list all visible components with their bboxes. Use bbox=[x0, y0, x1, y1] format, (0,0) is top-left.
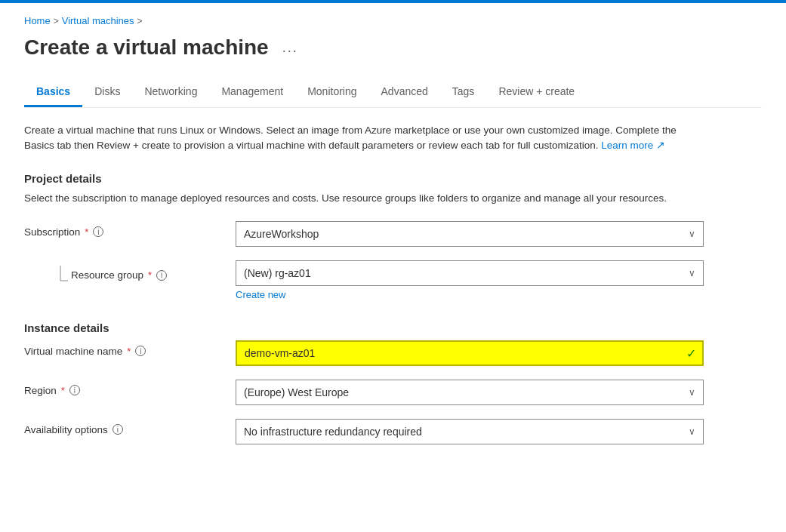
resource-group-value: (New) rg-az01 bbox=[244, 267, 311, 279]
resource-group-label: Resource group bbox=[71, 269, 143, 281]
availability-row: Availability options i No infrastructure… bbox=[24, 419, 762, 444]
availability-label-col: Availability options i bbox=[24, 419, 236, 435]
vm-name-required: * bbox=[127, 346, 131, 357]
vm-name-input[interactable] bbox=[236, 340, 704, 366]
region-label: Region bbox=[24, 385, 57, 396]
breadcrumb-sep1: > bbox=[54, 16, 59, 26]
tab-networking[interactable]: Networking bbox=[132, 78, 209, 107]
page-container: Home > Virtual machines > Create a virtu… bbox=[0, 3, 786, 482]
region-required: * bbox=[61, 385, 65, 396]
subscription-label-col: Subscription * i bbox=[24, 221, 236, 238]
tab-disks[interactable]: Disks bbox=[82, 78, 132, 107]
vm-name-label: Virtual machine name bbox=[24, 346, 122, 357]
page-description: Create a virtual machine that runs Linux… bbox=[24, 123, 704, 154]
page-title: Create a virtual machine bbox=[24, 35, 269, 60]
availability-dropdown[interactable]: No infrastructure redundancy required ∨ bbox=[236, 419, 704, 444]
availability-control: No infrastructure redundancy required ∨ bbox=[236, 419, 704, 444]
availability-info-icon[interactable]: i bbox=[113, 424, 123, 435]
vm-name-row: Virtual machine name * i ✓ bbox=[24, 340, 762, 366]
tabs-container: Basics Disks Networking Management Monit… bbox=[24, 78, 762, 108]
region-row: Region * i (Europe) West Europe ∨ bbox=[24, 380, 762, 405]
region-label-col: Region * i bbox=[24, 380, 236, 396]
subscription-label: Subscription bbox=[24, 226, 80, 238]
tab-tags[interactable]: Tags bbox=[440, 78, 487, 107]
region-control: (Europe) West Europe ∨ bbox=[236, 380, 704, 405]
availability-chevron: ∨ bbox=[689, 426, 695, 437]
availability-label: Availability options bbox=[24, 424, 108, 435]
resource-group-control: (New) rg-az01 ∨ Create new bbox=[236, 260, 704, 300]
create-new-link[interactable]: Create new bbox=[236, 289, 704, 300]
region-chevron: ∨ bbox=[689, 387, 695, 398]
subscription-info-icon[interactable]: i bbox=[93, 226, 103, 237]
ellipsis-button[interactable]: ... bbox=[278, 38, 303, 57]
bracket-svg bbox=[54, 266, 68, 285]
tab-management[interactable]: Management bbox=[209, 78, 295, 107]
page-header: Create a virtual machine ... bbox=[24, 35, 762, 60]
resource-group-chevron: ∨ bbox=[689, 268, 695, 278]
breadcrumb: Home > Virtual machines > bbox=[24, 15, 762, 26]
availability-value: No infrastructure redundancy required bbox=[244, 426, 422, 438]
subscription-required: * bbox=[85, 226, 88, 238]
resource-group-row: Resource group * i (New) rg-az01 ∨ Creat… bbox=[24, 260, 762, 300]
tab-basics[interactable]: Basics bbox=[24, 78, 82, 107]
vm-name-control: ✓ bbox=[236, 340, 704, 366]
resource-group-label-col: Resource group * i bbox=[24, 260, 236, 285]
subscription-chevron: ∨ bbox=[689, 229, 695, 239]
breadcrumb-sep2: > bbox=[137, 16, 143, 26]
subscription-dropdown[interactable]: AzureWorkshop ∨ bbox=[236, 221, 704, 247]
tab-advanced[interactable]: Advanced bbox=[369, 78, 440, 107]
tab-monitoring[interactable]: Monitoring bbox=[295, 78, 368, 107]
project-details-title: Project details bbox=[24, 172, 762, 185]
subscription-row: Subscription * i AzureWorkshop ∨ bbox=[24, 221, 762, 247]
region-dropdown[interactable]: (Europe) West Europe ∨ bbox=[236, 380, 704, 405]
subscription-value: AzureWorkshop bbox=[244, 228, 319, 240]
project-details-desc: Select the subscription to manage deploy… bbox=[24, 191, 704, 206]
breadcrumb-home[interactable]: Home bbox=[24, 15, 51, 26]
breadcrumb-virtual-machines[interactable]: Virtual machines bbox=[62, 15, 134, 26]
tab-review-create[interactable]: Review + create bbox=[486, 78, 587, 107]
learn-more-link[interactable]: Learn more ↗ bbox=[601, 140, 665, 151]
instance-details-title: Instance details bbox=[24, 321, 762, 334]
vm-name-input-wrapper: ✓ bbox=[236, 340, 704, 366]
subscription-control: AzureWorkshop ∨ bbox=[236, 221, 704, 247]
vm-name-info-icon[interactable]: i bbox=[135, 346, 146, 356]
region-value: (Europe) West Europe bbox=[244, 386, 349, 398]
region-info-icon[interactable]: i bbox=[69, 385, 80, 395]
vm-name-checkmark: ✓ bbox=[686, 346, 696, 360]
resource-group-dropdown[interactable]: (New) rg-az01 ∨ bbox=[236, 260, 704, 286]
vm-name-label-col: Virtual machine name * i bbox=[24, 340, 236, 357]
resource-group-required: * bbox=[148, 269, 152, 281]
resource-group-info-icon[interactable]: i bbox=[156, 270, 167, 281]
